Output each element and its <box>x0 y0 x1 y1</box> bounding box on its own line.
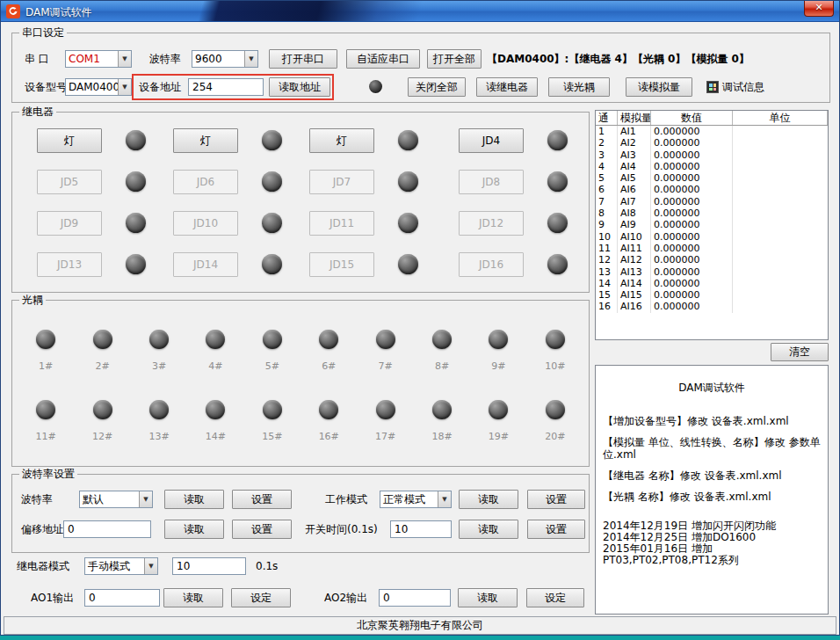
relay-group-title: 继电器 <box>19 105 56 118</box>
relay-button-8[interactable]: JD8 <box>459 170 524 194</box>
baud-set-button[interactable]: 设置 <box>232 490 292 509</box>
read-opto-button[interactable]: 读光耦 <box>548 77 610 97</box>
relay-button-3[interactable]: 灯 <box>309 128 374 153</box>
analog-table: 通 模拟量 数值 单位 1AI10.0000002AI20.0000003AI3… <box>595 110 829 340</box>
work-mode-read-button[interactable]: 读取 <box>459 490 518 509</box>
device-address-input[interactable] <box>188 78 264 96</box>
info-title: DAM调试软件 <box>603 382 821 394</box>
relay-led-10 <box>262 213 282 233</box>
dropdown-arrow-icon[interactable]: ▼ <box>244 51 257 67</box>
dropdown-arrow-icon[interactable]: ▼ <box>118 79 131 95</box>
switch-time-read-button[interactable]: 读取 <box>459 520 518 539</box>
relay-button-12[interactable]: JD12 <box>459 211 524 236</box>
open-all-button[interactable]: 打开全部 <box>427 49 482 69</box>
opto-channel-5: 5# <box>244 330 301 372</box>
opto-led-7 <box>376 330 395 349</box>
ao1-input[interactable] <box>84 589 160 607</box>
port-combo[interactable]: COM1 ▼ <box>65 50 132 68</box>
ao2-input[interactable] <box>379 589 451 607</box>
opto-channel-19: 19# <box>470 400 526 442</box>
relay-button-13[interactable]: JD13 <box>37 252 102 277</box>
info-note-line: 【光耦 名称】修改 设备表.xml.xml <box>603 491 821 503</box>
analog-table-cell: 2 <box>596 137 618 149</box>
relay-button-16[interactable]: JD16 <box>459 252 524 277</box>
relay-button-7[interactable]: JD7 <box>309 170 374 194</box>
opto-led-15 <box>263 400 282 419</box>
work-mode-combo[interactable]: 正常模式 ▼ <box>380 491 452 508</box>
relay-time-input[interactable] <box>172 557 246 575</box>
analog-table-cell: 0.000000 <box>651 289 733 301</box>
relay-button-9[interactable]: JD9 <box>37 211 102 236</box>
baudrate-label: 波特率 <box>149 50 181 68</box>
work-mode-value: 正常模式 <box>380 491 438 507</box>
device-model-combo[interactable]: DAM0400 ▼ <box>65 78 132 96</box>
read-analog-button[interactable]: 读模拟量 <box>626 77 692 97</box>
relay-cell: 灯 <box>37 128 173 170</box>
opto-row-2: 11#12#13#14#15#16#17#18#19#20# <box>18 400 583 442</box>
relay-cell: JD11 <box>309 211 459 252</box>
relay-button-4[interactable]: JD4 <box>459 128 524 153</box>
analog-table-cell: AI4 <box>618 161 651 172</box>
dropdown-arrow-icon[interactable]: ▼ <box>118 51 131 67</box>
dropdown-arrow-icon[interactable]: ▼ <box>438 491 451 507</box>
offset-set-button[interactable]: 设置 <box>232 520 292 539</box>
analog-table-cell: AI7 <box>618 196 651 207</box>
close-all-button[interactable]: 关闭全部 <box>408 77 466 97</box>
close-button[interactable]: ✕ <box>804 1 834 17</box>
relay-button-15[interactable]: JD15 <box>309 252 374 277</box>
switch-time-set-button[interactable]: 设置 <box>527 520 585 539</box>
ao2-set-button[interactable]: 设定 <box>526 588 584 607</box>
relay-cell: JD12 <box>459 211 590 252</box>
analog-table-cell: AI12 <box>618 254 651 265</box>
ao2-read-button[interactable]: 读取 <box>458 588 518 607</box>
offset-address-input[interactable] <box>63 520 151 538</box>
title-bar[interactable]: DAM调试软件 ✕ <box>1 1 839 22</box>
relay-button-2[interactable]: 灯 <box>173 128 238 153</box>
analog-table-cell: 8 <box>596 207 618 219</box>
baudrate-combo[interactable]: 9600 ▼ <box>192 50 258 68</box>
opto-label: 9# <box>491 360 505 372</box>
app-window: DAM调试软件 ✕ 串口设定 串 口 COM1 ▼ 波特率 9600 ▼ 打开串… <box>0 0 840 636</box>
ao1-read-button[interactable]: 读取 <box>163 588 223 607</box>
ao1-set-button[interactable]: 设定 <box>231 588 291 607</box>
offset-read-button[interactable]: 读取 <box>164 520 224 539</box>
relay-mode-combo[interactable]: 手动模式 ▼ <box>84 557 158 575</box>
opto-led-11 <box>36 400 55 419</box>
analog-table-cell <box>733 172 828 184</box>
baud-default-combo[interactable]: 默认 ▼ <box>79 491 153 508</box>
open-serial-button[interactable]: 打开串口 <box>269 49 337 69</box>
analog-table-cell: AI9 <box>618 219 651 230</box>
analog-table-cell: 0.000000 <box>651 301 733 312</box>
switch-time-input[interactable] <box>390 520 452 538</box>
relay-button-5[interactable]: JD5 <box>37 170 102 194</box>
adaptive-serial-button[interactable]: 自适应串口 <box>346 49 420 69</box>
clear-button[interactable]: 清空 <box>771 343 829 361</box>
opto-label: 18# <box>431 431 452 442</box>
dropdown-arrow-icon[interactable]: ▼ <box>139 491 152 507</box>
work-mode-set-button[interactable]: 设置 <box>527 490 585 509</box>
analog-table-cell: 0.000000 <box>651 266 733 278</box>
relay-led-16 <box>547 254 568 274</box>
opto-led-20 <box>546 400 565 419</box>
read-address-button[interactable]: 读取地址 <box>269 77 330 97</box>
relay-led-6 <box>262 171 282 192</box>
dropdown-arrow-icon[interactable]: ▼ <box>144 558 157 574</box>
baud-read-button[interactable]: 读取 <box>164 490 224 509</box>
read-relay-button[interactable]: 读继电器 <box>476 77 538 97</box>
relay-button-14[interactable]: JD14 <box>173 252 238 277</box>
analog-table-cell: 12 <box>596 254 618 265</box>
relay-cell: JD15 <box>309 252 459 294</box>
relay-led-3 <box>398 130 418 150</box>
relay-button-6[interactable]: JD6 <box>173 170 238 194</box>
device-model-value: DAM0400 <box>66 79 118 95</box>
analog-table-cell <box>733 278 828 289</box>
relay-grid: 灯灯灯JD4JD5JD6JD7JD8JD9JD10JD11JD12JD13JD1… <box>37 128 590 294</box>
opto-led-18 <box>432 400 452 419</box>
analog-table-cell: AI1 <box>618 126 651 137</box>
debug-info-button[interactable]: 调试信息 <box>706 77 764 97</box>
relay-button-1[interactable]: 灯 <box>37 128 102 153</box>
relay-button-10[interactable]: JD10 <box>173 211 238 236</box>
relay-button-11[interactable]: JD11 <box>309 211 374 236</box>
relay-cell: JD9 <box>37 211 173 252</box>
opto-group: 光耦 1#2#3#4#5#6#7#8#9#10# 11#12#13#14#15#… <box>11 300 590 467</box>
